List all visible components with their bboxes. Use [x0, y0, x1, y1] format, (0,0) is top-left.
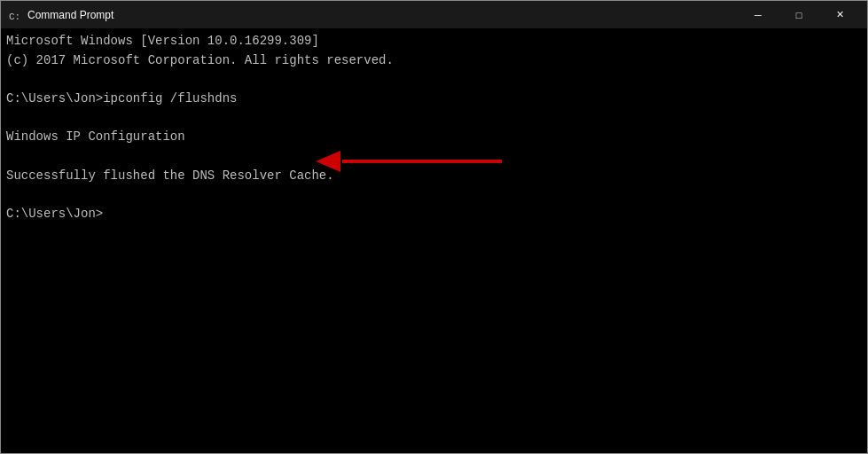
cmd-window: C: Command Prompt ─ □ ✕ Microsoft Window…: [0, 0, 868, 454]
console-line: [6, 109, 862, 129]
console-output[interactable]: Microsoft Windows [Version 10.0.16299.30…: [1, 28, 867, 453]
close-button[interactable]: ✕: [819, 1, 860, 28]
cmd-icon: C:: [8, 8, 22, 22]
console-line: Microsoft Windows [Version 10.0.16299.30…: [6, 32, 862, 51]
titlebar: C: Command Prompt ─ □ ✕: [1, 1, 867, 28]
window-controls: ─ □ ✕: [738, 1, 860, 28]
console-line: C:\Users\Jon>: [6, 205, 862, 224]
console-line: (c) 2017 Microsoft Corporation. All righ…: [6, 51, 862, 71]
window-title: Command Prompt: [27, 9, 738, 21]
console-lines: Microsoft Windows [Version 10.0.16299.30…: [6, 32, 862, 224]
maximize-button[interactable]: □: [778, 1, 819, 28]
console-line: C:\Users\Jon>ipconfig /flushdns: [6, 90, 862, 109]
svg-text:C:: C:: [9, 12, 20, 22]
console-line: [6, 147, 862, 167]
console-line: Windows IP Configuration: [6, 128, 862, 147]
console-line: [6, 186, 862, 206]
minimize-button[interactable]: ─: [738, 1, 778, 28]
console-line: Successfully flushed the DNS Resolver Ca…: [6, 167, 862, 186]
console-line: [6, 70, 862, 90]
